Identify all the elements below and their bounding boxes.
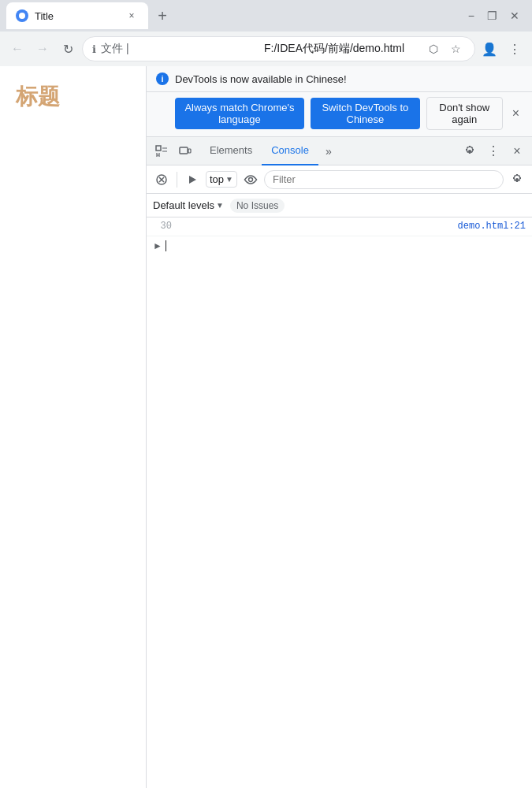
- address-bar: ← → ↻ ℹ 文件 | F:/IDEA代码/前端/demo.html ⬡ ☆ …: [0, 32, 532, 66]
- language-buttons-bar: Always match Chrome's language Switch De…: [147, 92, 532, 137]
- top-context-dropdown[interactable]: top ▼: [206, 171, 237, 188]
- page-title: 标题: [16, 82, 130, 112]
- devtools-tab-list: Elements Console »: [200, 137, 455, 165]
- bookmark-icon[interactable]: ☆: [446, 39, 465, 58]
- match-language-button[interactable]: Always match Chrome's language: [175, 98, 304, 129]
- switch-devtools-button[interactable]: Switch DevTools to Chinese: [311, 98, 420, 129]
- page-content: 标题: [0, 66, 146, 788]
- live-expressions-button[interactable]: [240, 169, 261, 190]
- window-controls: − ❐ ✕: [468, 9, 526, 22]
- console-input-line[interactable]: ►: [147, 236, 532, 255]
- levels-arrow: ▼: [216, 201, 224, 210]
- no-issues-badge: No Issues: [230, 199, 285, 213]
- forward-icon: →: [36, 42, 49, 56]
- back-icon: ←: [11, 42, 24, 56]
- svg-point-4: [248, 177, 252, 181]
- default-levels-dropdown[interactable]: Default levels ▼: [153, 199, 224, 211]
- console-log-number: 30: [147, 217, 178, 235]
- profile-icon: 👤: [482, 42, 497, 57]
- url-prefix: 文件 |: [101, 42, 256, 56]
- inspect-element-button[interactable]: [151, 141, 172, 162]
- minimize-button[interactable]: −: [468, 9, 474, 22]
- devtools-settings-button[interactable]: [459, 141, 480, 162]
- console-log-line: 30 demo.html:21: [147, 217, 532, 236]
- notification-info-icon: i: [156, 72, 169, 85]
- content-area: 标题 i DevTools is now available in Chines…: [0, 66, 532, 788]
- device-toolbar-button[interactable]: [175, 141, 195, 162]
- restore-button[interactable]: ❐: [487, 9, 497, 22]
- url-actions: ⬡ ☆: [424, 39, 465, 58]
- title-bar: Title × + − ❐ ✕: [0, 0, 532, 32]
- active-tab[interactable]: Title ×: [6, 2, 148, 29]
- info-icon: ℹ: [92, 43, 96, 55]
- tab-bar: Title × +: [6, 2, 465, 29]
- devtools-tab-actions: ⋮ ×: [455, 141, 532, 162]
- close-window-button[interactable]: ✕: [510, 9, 519, 22]
- svg-rect-0: [156, 146, 161, 151]
- devtools-tab-bar: Elements Console » ⋮ ×: [147, 137, 532, 165]
- forward-button[interactable]: →: [32, 38, 54, 60]
- console-toolbar: top ▼: [147, 165, 532, 194]
- console-play-button[interactable]: [182, 169, 203, 190]
- close-notification-button[interactable]: ×: [509, 105, 523, 122]
- menu-button[interactable]: ⋮: [504, 38, 526, 60]
- menu-icon: ⋮: [508, 42, 521, 57]
- console-cursor: [166, 240, 166, 252]
- url-bar[interactable]: ℹ 文件 | F:/IDEA代码/前端/demo.html ⬡ ☆: [82, 36, 475, 61]
- notification-text: DevTools is now available in Chinese!: [175, 73, 347, 85]
- toolbar-divider: [177, 172, 177, 188]
- devtools-tab-icons: [147, 141, 200, 162]
- more-tabs-button[interactable]: »: [318, 141, 339, 162]
- tab-title: Title: [35, 10, 118, 22]
- clear-console-button[interactable]: [151, 169, 172, 190]
- tab-favicon: [16, 9, 28, 22]
- devtools-notification: i DevTools is now available in Chinese!: [147, 66, 532, 92]
- browser-window: Title × + − ❐ ✕ ← → ↻ ℹ 文件 | F:/IDEA代码/前…: [0, 0, 532, 788]
- filter-settings-button[interactable]: [507, 169, 527, 190]
- console-caret: [166, 240, 166, 251]
- svg-rect-1: [180, 147, 188, 154]
- console-levels-bar: Default levels ▼ No Issues: [147, 194, 532, 217]
- top-label: top: [210, 173, 224, 185]
- console-output[interactable]: 30 demo.html:21 ►: [147, 217, 532, 788]
- url-text: F:/IDEA代码/前端/demo.html: [264, 42, 419, 56]
- svg-rect-2: [188, 149, 191, 153]
- reload-button[interactable]: ↻: [57, 38, 79, 60]
- devtools-more-actions-button[interactable]: ⋮: [483, 141, 504, 162]
- console-log-source[interactable]: demo.html:21: [452, 217, 532, 235]
- reload-icon: ↻: [63, 42, 73, 57]
- tab-elements[interactable]: Elements: [200, 137, 262, 165]
- share-icon[interactable]: ⬡: [424, 39, 443, 58]
- default-levels-label: Default levels: [153, 199, 214, 211]
- profile-button[interactable]: 👤: [478, 38, 500, 60]
- close-devtools-button[interactable]: ×: [507, 141, 527, 162]
- dont-show-button[interactable]: Don't show again: [426, 97, 503, 130]
- dropdown-arrow: ▼: [225, 175, 233, 184]
- tab-console[interactable]: Console: [262, 137, 318, 165]
- back-button[interactable]: ←: [6, 38, 28, 60]
- console-expand-icon[interactable]: ►: [153, 240, 162, 251]
- new-tab-button[interactable]: +: [151, 5, 173, 27]
- filter-input[interactable]: [264, 170, 504, 189]
- tab-close-button[interactable]: ×: [125, 9, 139, 23]
- devtools-panel: i DevTools is now available in Chinese! …: [146, 66, 532, 788]
